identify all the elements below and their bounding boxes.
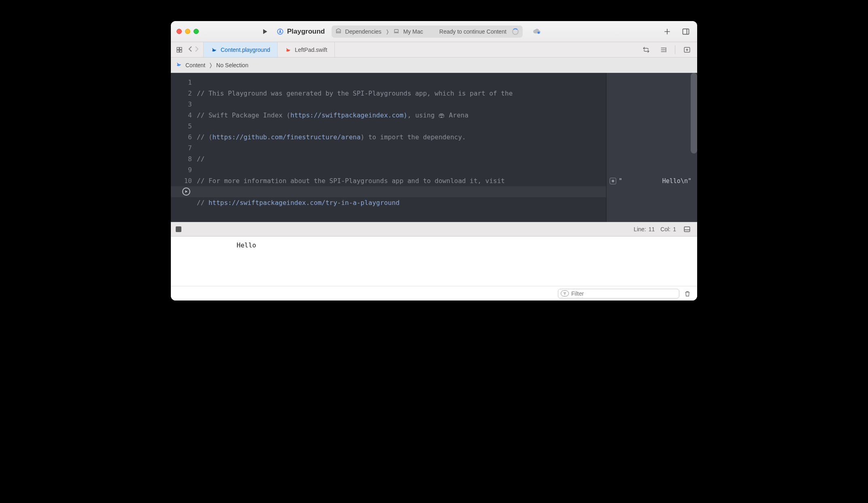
cloud-status-icon xyxy=(532,28,541,35)
nav-back-button[interactable] xyxy=(187,46,194,53)
toggle-debug-panel-button[interactable] xyxy=(682,224,692,234)
spinner-icon xyxy=(512,28,519,35)
chip-target-label: My Mac xyxy=(403,28,423,35)
svg-point-4 xyxy=(538,32,540,34)
line-number: 11 xyxy=(649,226,655,232)
related-items-button[interactable] xyxy=(174,45,185,55)
svg-rect-20 xyxy=(684,227,690,232)
code-editor[interactable]: 1 2 3 4 5 6 7 8 9 10 // This Playground … xyxy=(171,73,606,222)
result-row[interactable]: " Hello\n" xyxy=(606,175,695,186)
editor-options-button[interactable] xyxy=(658,45,668,55)
col-label: Col: xyxy=(660,226,670,232)
tab-label: Content.playground xyxy=(221,47,270,53)
console-filter[interactable] xyxy=(558,289,679,298)
chip-left-label: Dependencies xyxy=(345,28,382,35)
counterparts-button[interactable] xyxy=(641,45,651,55)
filter-scope-icon[interactable] xyxy=(561,290,569,296)
chevron-right-icon: ❭ xyxy=(208,62,213,68)
toggle-inspector-button[interactable] xyxy=(680,26,691,37)
result-sidebar: " Hello\n" xyxy=(606,73,697,222)
traffic-lights xyxy=(177,29,199,34)
tabbar: Content.playground LeftPad.swift xyxy=(171,42,697,58)
code-text[interactable]: // This Playground was generated by the … xyxy=(195,73,516,222)
console-output[interactable]: Hello xyxy=(171,237,697,286)
jump-segment-2[interactable]: No Selection xyxy=(216,62,248,68)
add-assistant-editor-button[interactable] xyxy=(682,45,692,55)
console-panel: Hello xyxy=(171,237,697,301)
run-button[interactable] xyxy=(260,27,270,36)
toggle-navigator-button[interactable] xyxy=(208,30,211,33)
scheme-selector[interactable]: Playground xyxy=(277,28,325,36)
close-window-button[interactable] xyxy=(177,29,182,34)
tab-label: LeftPad.swift xyxy=(295,47,327,53)
zoom-window-button[interactable] xyxy=(194,29,199,34)
jump-segment-1[interactable]: Content xyxy=(185,62,205,68)
console-footer xyxy=(171,286,697,301)
stop-button[interactable] xyxy=(176,226,181,232)
quicklook-button[interactable] xyxy=(610,178,616,184)
separator xyxy=(675,45,675,54)
jump-bar[interactable]: Content ❭ No Selection xyxy=(171,58,697,73)
current-line-highlight xyxy=(171,186,606,197)
line-gutter: 1 2 3 4 5 6 7 8 9 10 xyxy=(171,73,195,222)
swift-icon xyxy=(211,47,217,53)
scheme-name: Playground xyxy=(287,28,325,36)
app-store-icon xyxy=(277,28,284,35)
tab-content-playground[interactable]: Content.playground xyxy=(204,42,278,57)
svg-rect-10 xyxy=(180,47,182,49)
editor-area: 1 2 3 4 5 6 7 8 9 10 // This Playground … xyxy=(171,73,697,222)
svg-rect-3 xyxy=(394,29,398,32)
swift-icon xyxy=(176,61,182,69)
library-icon xyxy=(336,28,341,35)
laptop-icon xyxy=(394,28,399,35)
editor-status-bar: Line: 11 Col: 1 xyxy=(171,222,697,237)
minimize-window-button[interactable] xyxy=(185,29,190,34)
result-text: Hello\n" xyxy=(625,177,691,185)
swift-icon xyxy=(285,47,291,53)
run-line-button[interactable] xyxy=(182,188,190,196)
titlebar: Playground Dependencies ❭ My Mac Ready t… xyxy=(171,21,697,42)
svg-rect-11 xyxy=(177,50,179,52)
scrollbar[interactable] xyxy=(691,73,697,153)
tab-leftpad-swift[interactable]: LeftPad.swift xyxy=(278,42,335,57)
nav-forward-button[interactable] xyxy=(194,46,200,53)
svg-rect-7 xyxy=(683,29,689,34)
result-prefix: " xyxy=(619,177,622,185)
status-text: Ready to continue Content xyxy=(439,28,506,35)
filter-input[interactable] xyxy=(571,290,677,297)
status-chip[interactable]: Dependencies ❭ My Mac Ready to continue … xyxy=(332,26,523,38)
chevron-right-icon: ❭ xyxy=(385,29,389,34)
line-label: Line: xyxy=(634,226,646,232)
svg-rect-12 xyxy=(180,50,182,52)
add-button[interactable] xyxy=(662,26,673,37)
clear-console-button[interactable] xyxy=(683,288,692,299)
svg-rect-9 xyxy=(177,47,179,49)
xcode-window: Playground Dependencies ❭ My Mac Ready t… xyxy=(171,21,697,301)
col-number: 1 xyxy=(673,226,676,232)
